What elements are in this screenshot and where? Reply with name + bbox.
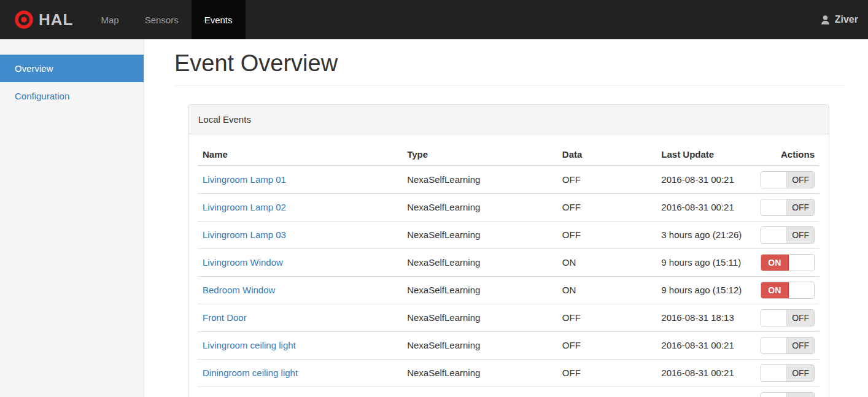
toggle-switch[interactable]: ON [761, 282, 815, 299]
column-header-data: Data [557, 144, 657, 166]
toggle-switch[interactable]: OFF [761, 199, 815, 216]
nav-tab-events[interactable]: Events [192, 0, 246, 39]
toggle-switch[interactable]: OFF [761, 337, 815, 354]
toggle-switch[interactable]: OFF [761, 392, 815, 397]
event-name-link[interactable]: Livingroom Lamp 02 [203, 202, 286, 212]
toggle-state-label: OFF [786, 227, 814, 243]
page-title: Event Overview [174, 50, 844, 77]
table-row: Bedroom Window NexaSelfLearning ON 9 hou… [198, 276, 820, 304]
local-events-panel: Local Events Name Type Data Last Update … [188, 104, 829, 397]
toggle-switch[interactable]: OFF [761, 226, 815, 244]
event-type: NexaSelfLearning [402, 276, 557, 304]
nav-tab-sensors[interactable]: Sensors [132, 0, 192, 39]
event-type: NexaSelfLearning [402, 221, 557, 249]
toggle-handle [761, 310, 786, 326]
toggle-switch[interactable]: OFF [761, 309, 815, 326]
table-row: Livingroom Lamp 02 NexaSelfLearning OFF … [198, 193, 820, 221]
table-row: Livingroom Window NexaSelfLearning ON 9 … [198, 249, 820, 276]
user-icon [820, 15, 831, 25]
toggle-switch[interactable]: OFF [761, 364, 815, 382]
toggle-handle [761, 227, 786, 243]
event-name-link[interactable]: Livingroom ceiling light [203, 340, 296, 350]
brand-label: HAL [39, 10, 73, 29]
toggle-state-label: OFF [786, 199, 814, 215]
table-row: Livingroom Lamp 03 NexaSelfLearning OFF … [198, 221, 820, 249]
main-content: Event Overview Local Events Name Type Da… [144, 39, 868, 397]
event-name-link[interactable]: Livingroom Window [203, 257, 283, 268]
toggle-state-label: ON [761, 255, 789, 271]
event-last-update: 3 hours ago (21:26) [656, 221, 756, 249]
toggle-handle [761, 172, 786, 188]
toggle-state-label: OFF [786, 393, 814, 397]
event-name-link[interactable]: Livingroom Lamp 03 [203, 229, 286, 240]
event-data-value: OFF [557, 304, 657, 331]
event-name-link[interactable]: Livingroom Lamp 01 [203, 174, 286, 185]
event-type: NexaSelfLearning [402, 387, 557, 397]
column-header-actions: Actions [756, 144, 820, 166]
username-label: Ziver [835, 14, 858, 25]
page-header-divider [174, 85, 844, 86]
toggle-handle [789, 255, 814, 271]
event-data-value: OFF [557, 221, 657, 249]
event-type: NexaSelfLearning [402, 193, 557, 221]
table-row: Livingroom ceiling light NexaSelfLearnin… [198, 331, 820, 359]
sidebar-item-overview[interactable]: Overview [0, 55, 144, 82]
column-header-type: Type [402, 144, 557, 166]
event-last-update: 2016-08-31 00:21 [656, 331, 756, 359]
event-name-link[interactable]: Diningroom ceiling light [203, 368, 298, 378]
hal-logo-target-icon [15, 10, 33, 29]
event-last-update: 2016-08-31 00:21 [656, 387, 756, 397]
event-type: NexaSelfLearning [402, 359, 557, 387]
toggle-handle [761, 365, 786, 381]
table-row: Kitchen ceiling light NexaSelfLearning O… [198, 387, 820, 397]
events-table-body: Livingroom Lamp 01 NexaSelfLearning OFF … [198, 166, 820, 397]
event-type: NexaSelfLearning [402, 304, 557, 331]
table-header-row: Name Type Data Last Update Actions [198, 144, 820, 166]
nav-tab-map[interactable]: Map [88, 0, 131, 39]
events-table: Name Type Data Last Update Actions Livin… [198, 144, 820, 397]
toggle-state-label: OFF [786, 310, 814, 326]
toggle-handle [789, 282, 814, 298]
table-row: Livingroom Lamp 01 NexaSelfLearning OFF … [198, 166, 820, 194]
event-type: NexaSelfLearning [402, 249, 557, 276]
event-last-update: 2016-08-31 00:21 [656, 359, 756, 387]
event-last-update: 9 hours ago (15:11) [656, 249, 756, 276]
table-row: Front Door NexaSelfLearning OFF 2016-08-… [198, 304, 820, 331]
event-type: NexaSelfLearning [402, 166, 557, 194]
sidebar: Overview Configuration [0, 39, 144, 397]
sidebar-item-configuration[interactable]: Configuration [0, 82, 144, 110]
event-data-value: OFF [557, 166, 657, 194]
event-name-link[interactable]: Bedroom Window [203, 285, 275, 295]
event-last-update: 2016-08-31 00:21 [656, 166, 756, 194]
event-data-value: OFF [557, 193, 657, 221]
panel-title: Local Events [188, 105, 829, 134]
toggle-state-label: OFF [786, 172, 814, 188]
navbar: HAL Map Sensors Events Ziver [0, 0, 868, 39]
event-last-update: 9 hours ago (15:12) [656, 276, 756, 304]
event-type: NexaSelfLearning [402, 331, 557, 359]
table-row: Diningroom ceiling light NexaSelfLearnin… [198, 359, 820, 387]
toggle-handle [761, 199, 786, 215]
event-data-value: ON [557, 249, 657, 276]
column-header-last-update: Last Update [656, 144, 756, 166]
toggle-handle [761, 337, 786, 353]
main-nav: Map Sensors Events [88, 0, 245, 39]
toggle-handle [761, 393, 786, 397]
event-data-value: ON [557, 276, 657, 304]
column-header-name: Name [198, 144, 402, 166]
event-name-link[interactable]: Front Door [203, 312, 247, 323]
event-data-value: OFF [557, 387, 657, 397]
toggle-switch[interactable]: ON [761, 254, 815, 271]
event-data-value: OFF [557, 359, 657, 387]
event-data-value: OFF [557, 331, 657, 359]
event-last-update: 2016-08-31 00:21 [656, 193, 756, 221]
brand[interactable]: HAL [0, 0, 88, 39]
event-last-update: 2016-08-31 18:13 [656, 304, 756, 331]
panel-body: Name Type Data Last Update Actions Livin… [188, 134, 829, 397]
toggle-switch[interactable]: OFF [761, 171, 815, 188]
toggle-state-label: OFF [786, 337, 814, 353]
toggle-state-label: OFF [786, 365, 814, 381]
user-menu[interactable]: Ziver [820, 0, 868, 39]
toggle-state-label: ON [761, 282, 789, 298]
